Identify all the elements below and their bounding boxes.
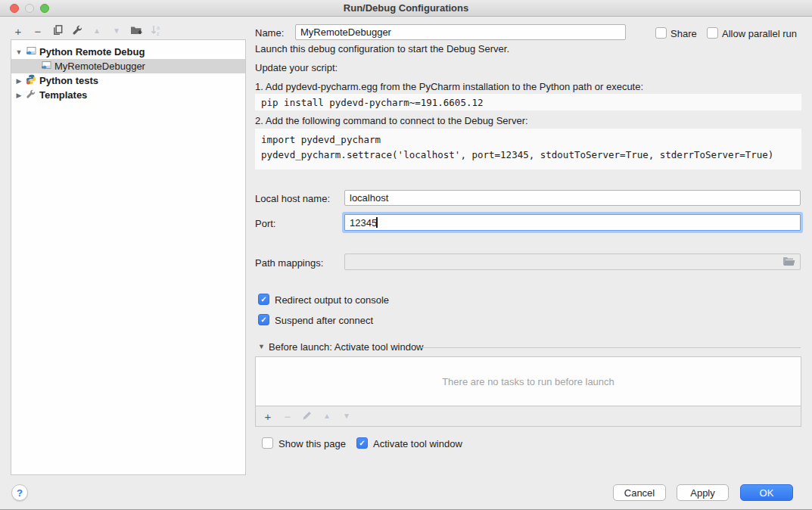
name-input[interactable]	[295, 24, 626, 40]
allow-parallel-run-checkbox[interactable]	[707, 27, 718, 39]
edit-task-button[interactable]	[301, 409, 313, 423]
move-task-down-button[interactable]: ▼	[341, 409, 353, 423]
step1-text: 1. Add pydevd-pycharm.egg from the PyCha…	[255, 81, 643, 92]
suspend-after-connect-label[interactable]: Suspend after connect	[275, 315, 373, 326]
arrow-down-icon: ▼	[113, 27, 120, 35]
activate-tool-window-label[interactable]: Activate tool window	[373, 438, 462, 449]
port-input[interactable]	[344, 214, 801, 231]
minus-icon: −	[35, 26, 42, 37]
cancel-button[interactable]: Cancel	[613, 484, 666, 501]
copy-icon	[52, 24, 64, 38]
chevron-down-icon[interactable]: ▼	[15, 48, 23, 56]
folder-add-icon	[130, 25, 142, 38]
help-icon: ?	[17, 487, 23, 499]
name-label: Name:	[255, 27, 284, 39]
port-label: Port:	[255, 218, 275, 229]
settrace-code-line1: import pydevd_pycharm	[261, 132, 795, 148]
sort-configurations-button[interactable]: az	[150, 24, 162, 38]
svg-text:a: a	[157, 25, 160, 30]
check-icon: ✓	[359, 439, 365, 447]
pip-install-code: pip install pydevd-pycharm~=191.6605.12	[255, 94, 801, 110]
tree-item-label: Python Remote Debug	[39, 46, 145, 58]
open-folder-icon[interactable]	[782, 257, 795, 266]
copy-configuration-button[interactable]	[51, 24, 64, 38]
remote-debug-config-icon	[41, 61, 51, 73]
python-tests-icon	[26, 74, 36, 87]
tree-item-label: MyRemoteDebugger	[54, 61, 145, 72]
add-task-button[interactable]: +	[262, 409, 274, 423]
path-mappings-input[interactable]	[344, 253, 801, 270]
local-host-name-label: Local host name:	[255, 193, 330, 204]
tree-item-label: Templates	[39, 89, 87, 101]
remote-debug-config-icon	[26, 46, 36, 58]
move-task-up-button[interactable]: ▲	[321, 409, 333, 423]
tree-item-myremotedebugger-selected[interactable]: MyRemoteDebugger	[11, 59, 245, 73]
templates-wrench-icon	[26, 89, 36, 101]
local-host-name-input[interactable]	[344, 190, 801, 206]
text-caret	[376, 217, 378, 228]
title-bar[interactable]: Run/Debug Configurations	[0, 0, 812, 17]
window-title: Run/Debug Configurations	[0, 2, 812, 14]
settrace-code-line2: pydevd_pycharm.settrace('localhost', por…	[261, 148, 795, 163]
create-folder-button[interactable]	[130, 24, 142, 38]
tree-item-label: Python tests	[39, 75, 98, 86]
arrow-up-icon: ▲	[323, 412, 331, 420]
show-this-page-checkbox[interactable]	[262, 437, 273, 449]
plus-icon: +	[15, 26, 22, 37]
svg-text:z: z	[157, 31, 160, 36]
before-launch-task-list[interactable]: There are no tasks to run before launch	[255, 356, 801, 406]
update-script-text: Update your script:	[255, 62, 338, 73]
wrench-icon	[72, 24, 83, 38]
suspend-after-connect-checkbox[interactable]: ✓	[258, 314, 269, 325]
section-divider	[421, 347, 801, 348]
minus-icon: −	[285, 411, 291, 422]
before-launch-toolbar: + − ▲ ▼	[255, 406, 801, 427]
path-mappings-label: Path mappings:	[255, 257, 323, 269]
redirect-output-checkbox[interactable]: ✓	[258, 294, 269, 305]
apply-button[interactable]: Apply	[677, 484, 729, 501]
chevron-right-icon[interactable]: ▶	[15, 77, 23, 85]
share-label[interactable]: Share	[670, 28, 697, 39]
tree-item-python-tests[interactable]: ▶ Python tests	[11, 73, 245, 88]
check-icon: ✓	[260, 295, 266, 303]
empty-tasks-message: There are no tasks to run before launch	[442, 376, 614, 387]
edit-defaults-button[interactable]	[71, 24, 83, 38]
configurations-toolbar: + − ▲ ▼ az	[12, 23, 162, 39]
help-button[interactable]: ?	[11, 484, 28, 501]
activate-tool-window-checkbox[interactable]: ✓	[356, 437, 368, 449]
settrace-code: import pydevd_pycharm pydevd_pycharm.set…	[255, 129, 801, 169]
remove-task-button[interactable]: −	[282, 409, 294, 423]
chevron-right-icon[interactable]: ▶	[15, 92, 23, 99]
tree-item-templates[interactable]: ▶ Templates	[11, 88, 245, 102]
section-collapse-icon[interactable]: ▼	[258, 343, 265, 350]
redirect-output-label[interactable]: Redirect output to console	[275, 294, 389, 306]
arrow-down-icon: ▼	[343, 412, 350, 420]
share-checkbox[interactable]	[655, 27, 667, 39]
ok-button[interactable]: OK	[740, 484, 793, 501]
plus-icon: +	[265, 411, 272, 422]
move-up-button[interactable]: ▲	[91, 24, 103, 38]
remove-configuration-button[interactable]: −	[32, 24, 44, 38]
configurations-tree: ▼ Python Remote Debug MyRemoteDebugger ▶…	[11, 39, 246, 475]
check-icon: ✓	[260, 316, 266, 324]
pencil-icon	[302, 410, 313, 423]
before-launch-header[interactable]: Before launch: Activate tool window	[269, 341, 424, 353]
add-configuration-button[interactable]: +	[12, 24, 24, 38]
sort-alpha-icon: az	[150, 24, 162, 39]
show-this-page-label[interactable]: Show this page	[278, 438, 346, 449]
allow-parallel-run-label[interactable]: Allow parallel run	[722, 28, 797, 39]
arrow-up-icon: ▲	[93, 27, 101, 35]
move-down-button[interactable]: ▼	[110, 24, 123, 38]
step2-text: 2. Add the following command to connect …	[255, 115, 528, 126]
run-debug-configurations-dialog: Run/Debug Configurations + − ▲ ▼ az ▼	[0, 0, 812, 510]
intro-text: Launch this debug configuration to start…	[255, 43, 509, 54]
tree-item-python-remote-debug[interactable]: ▼ Python Remote Debug	[11, 45, 245, 59]
